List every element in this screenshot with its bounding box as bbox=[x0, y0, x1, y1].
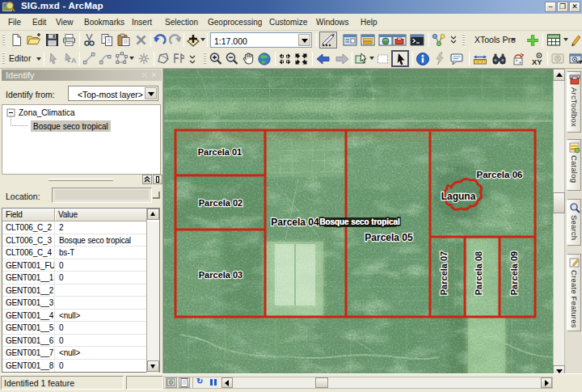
svg-text:Parcela 03: Parcela 03 bbox=[199, 270, 242, 280]
svg-text:Parcela 06: Parcela 06 bbox=[477, 170, 523, 179]
svg-text:Parcela 02: Parcela 02 bbox=[199, 198, 242, 208]
svg-text:Laguna: Laguna bbox=[441, 191, 476, 202]
svg-text:Parcela 04: Parcela 04 bbox=[271, 217, 319, 228]
svg-text:XY: XY bbox=[532, 57, 542, 66]
svg-text:A: A bbox=[71, 57, 77, 65]
svg-text:Parcela 05: Parcela 05 bbox=[365, 232, 413, 243]
svg-text:Parcela 09: Parcela 09 bbox=[509, 251, 519, 295]
svg-text:Parcela 08: Parcela 08 bbox=[474, 251, 483, 295]
svg-text:Bosque seco tropical: Bosque seco tropical bbox=[319, 217, 399, 226]
svg-text:Parcela 01: Parcela 01 bbox=[198, 147, 242, 157]
svg-text:Parcela 07: Parcela 07 bbox=[439, 251, 449, 295]
